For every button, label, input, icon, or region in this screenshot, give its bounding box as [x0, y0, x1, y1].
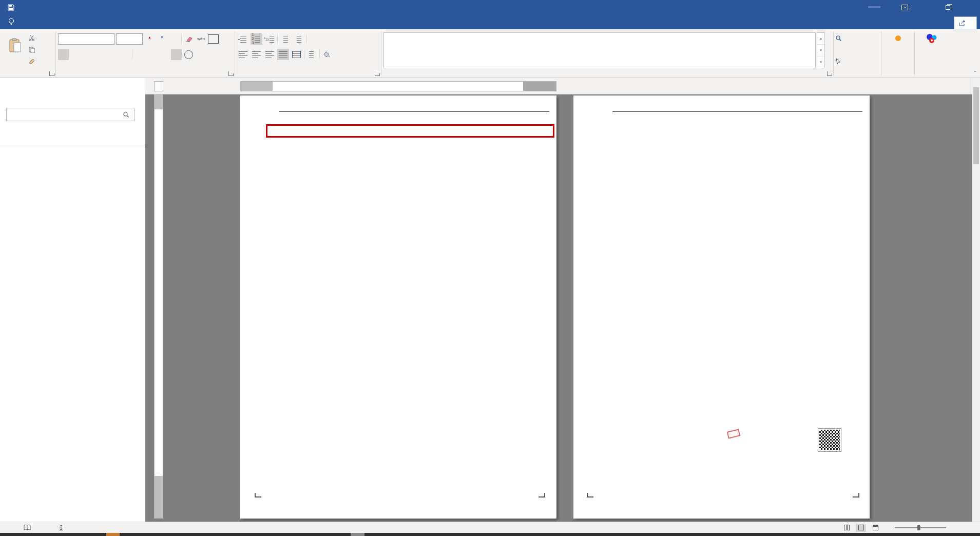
collapse-ribbon-icon[interactable]: ⌃ — [973, 70, 977, 75]
bullets-button[interactable]: • — [237, 33, 249, 45]
borders-button[interactable] — [335, 49, 347, 60]
share-button[interactable] — [954, 16, 977, 29]
tell-me-search[interactable] — [0, 14, 17, 29]
text-effects-button[interactable] — [134, 49, 145, 60]
line-spacing-button[interactable] — [306, 49, 318, 60]
search-input[interactable] — [7, 111, 123, 118]
align-left-button[interactable] — [237, 49, 249, 60]
minimize-button[interactable] — [915, 0, 937, 14]
font-size-combo[interactable] — [116, 33, 143, 45]
justify-button[interactable] — [277, 49, 289, 60]
accessibility-icon — [59, 525, 64, 531]
subscript-button[interactable] — [107, 49, 118, 60]
underline-button[interactable] — [83, 49, 93, 60]
character-border-button[interactable] — [208, 34, 219, 44]
zoom-slider[interactable] — [895, 527, 946, 528]
vertical-ruler[interactable] — [154, 94, 163, 519]
font-name-combo[interactable] — [58, 33, 114, 45]
financial-statement-header — [634, 153, 863, 154]
font-dialog-launcher[interactable] — [228, 71, 233, 76]
select-button[interactable] — [836, 56, 848, 67]
paint-bucket-icon — [323, 51, 330, 58]
gallery-more-icon: ▾ — [817, 56, 824, 68]
italic-button[interactable] — [70, 49, 81, 60]
multilevel-list-button[interactable]: ¹₂₃ — [264, 33, 276, 45]
ribbon-display-options-icon[interactable] — [894, 0, 915, 14]
read-mode-button[interactable] — [841, 524, 852, 532]
distribute-button[interactable] — [291, 49, 302, 60]
lightbulb-icon — [8, 18, 14, 26]
document-area — [145, 78, 980, 522]
increase-indent-button[interactable] — [293, 33, 304, 45]
print-layout-button[interactable] — [856, 524, 866, 532]
search-icon[interactable] — [123, 112, 134, 118]
superscript-button[interactable] — [120, 49, 130, 60]
styles-gallery-scroll[interactable]: ▴ ▾ ▾ — [817, 32, 825, 68]
text-boundary-mark — [539, 493, 545, 497]
tab-stop-selector[interactable] — [154, 81, 163, 91]
bold-button[interactable] — [58, 49, 69, 60]
change-case-button[interactable] — [169, 34, 180, 45]
undo-icon[interactable] — [18, 1, 32, 13]
align-right-button[interactable] — [264, 49, 276, 60]
find-button[interactable] — [836, 33, 848, 43]
close-button[interactable] — [958, 0, 980, 14]
document-page-372[interactable] — [240, 95, 556, 519]
sign-in-button[interactable] — [868, 6, 880, 8]
font-color-button[interactable] — [159, 49, 169, 60]
document-search-box[interactable] — [6, 108, 134, 121]
cut-button[interactable] — [29, 33, 37, 43]
sort-button[interactable] — [321, 33, 333, 45]
show-marks-button[interactable] — [335, 33, 347, 45]
shrink-font-button[interactable]: ▼ — [157, 34, 167, 45]
title-bar — [0, 0, 980, 14]
red-highlight-box — [266, 124, 554, 138]
group-netdisk — [915, 29, 952, 78]
redo-icon[interactable] — [33, 1, 46, 13]
group-font: ▲ ▼ wén — [56, 29, 235, 78]
share-icon — [959, 20, 966, 26]
group-paragraph: • 123 ¹₂₃ — [235, 29, 381, 78]
grow-font-button[interactable]: ▲ — [144, 34, 155, 45]
customize-qat-icon[interactable] — [47, 1, 61, 13]
vertical-scrollbar[interactable] — [972, 78, 980, 522]
zoom-slider-thumb[interactable] — [917, 525, 920, 530]
scrollbar-thumb[interactable] — [973, 87, 979, 164]
clipboard-dialog-launcher[interactable] — [49, 71, 54, 76]
numbering-button[interactable]: 123 — [251, 33, 262, 45]
scroll-down-icon[interactable] — [972, 514, 980, 522]
clear-formatting-button[interactable] — [183, 34, 194, 45]
format-painter-button[interactable] — [29, 56, 37, 67]
header-text — [612, 103, 862, 112]
text-highlight-button[interactable] — [146, 49, 157, 60]
restore-button[interactable] — [937, 0, 958, 14]
align-center-button[interactable] — [251, 49, 262, 60]
save-icon[interactable] — [4, 1, 17, 13]
search-icon — [836, 35, 841, 41]
web-layout-button[interactable] — [870, 524, 880, 532]
styles-dialog-launcher[interactable] — [827, 71, 832, 76]
proofing-icon[interactable] — [24, 525, 31, 530]
enclose-characters-button[interactable] — [183, 49, 194, 60]
paragraph-dialog-launcher[interactable] — [375, 71, 379, 76]
copy-button[interactable] — [29, 45, 37, 55]
document-page-373[interactable] — [573, 95, 870, 519]
character-shading-button[interactable] — [171, 49, 182, 60]
asian-layout-button[interactable] — [308, 33, 320, 45]
qr-code — [818, 428, 841, 452]
strikethrough-button[interactable] — [95, 49, 106, 60]
replace-button[interactable] — [836, 45, 848, 55]
horizontal-ruler[interactable] — [240, 81, 556, 91]
accessibility-indicator[interactable] — [59, 525, 66, 531]
text-boundary-mark — [587, 493, 593, 497]
scroll-up-icon[interactable] — [972, 78, 980, 86]
shading-button[interactable] — [321, 49, 333, 60]
group-styles: ▴ ▾ ▾ — [381, 29, 833, 78]
phonetic-guide-button[interactable]: wén — [196, 34, 206, 45]
addins-button[interactable] — [883, 31, 912, 68]
save-to-netdisk-button[interactable] — [917, 31, 947, 68]
jingshen-logo — [247, 103, 277, 103]
paste-button[interactable] — [2, 31, 29, 68]
answer-text — [256, 157, 541, 167]
decrease-indent-button[interactable] — [279, 33, 291, 45]
